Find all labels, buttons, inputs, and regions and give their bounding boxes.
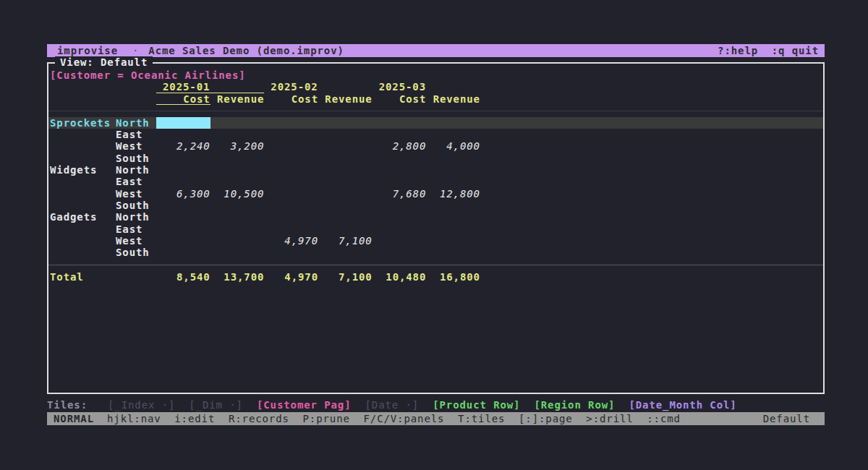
- cell-value[interactable]: [210, 129, 265, 140]
- cell-value[interactable]: [318, 188, 373, 200]
- cell-value[interactable]: [156, 129, 210, 140]
- cell-value[interactable]: [264, 211, 318, 223]
- cell-value[interactable]: [318, 117, 373, 129]
- cell-value[interactable]: [426, 235, 480, 247]
- cell-value[interactable]: 7,680: [373, 188, 427, 200]
- cell-value[interactable]: [210, 247, 265, 258]
- cell-value[interactable]: [318, 247, 373, 258]
- tile-green[interactable]: [Region Row]: [534, 399, 615, 411]
- measure-header[interactable]: Cost: [156, 93, 210, 105]
- cell-product[interactable]: [48, 129, 116, 140]
- cell-value[interactable]: [318, 200, 373, 211]
- tile-pink[interactable]: [Customer Pag]: [257, 399, 352, 411]
- filter-chip[interactable]: [Customer = Oceanic Airlines]: [48, 69, 823, 81]
- cell-value[interactable]: [318, 223, 373, 235]
- cell-value[interactable]: [318, 129, 373, 140]
- cell-product[interactable]: [48, 188, 116, 200]
- tile-dim[interactable]: [_Index ·]: [108, 399, 175, 411]
- cell-region[interactable]: East: [116, 129, 156, 140]
- month-header[interactable]: 2025-01: [156, 81, 264, 93]
- tile-purple[interactable]: [Date_Month Col]: [629, 399, 736, 411]
- cell-value[interactable]: [210, 117, 265, 129]
- cell-value[interactable]: [264, 223, 318, 235]
- cell-value[interactable]: 12,800: [426, 188, 480, 200]
- measure-header[interactable]: Cost: [264, 93, 318, 105]
- cell-product[interactable]: [48, 200, 116, 211]
- cell-value[interactable]: [156, 247, 210, 258]
- cell-product[interactable]: [48, 176, 116, 187]
- cell-value[interactable]: [156, 223, 210, 235]
- cell-value[interactable]: [318, 176, 373, 187]
- cell-value[interactable]: [373, 117, 427, 129]
- cell-value[interactable]: [156, 176, 210, 187]
- cell-value[interactable]: [210, 153, 265, 164]
- cell-value[interactable]: [264, 200, 318, 211]
- cell-value[interactable]: [156, 117, 210, 129]
- cell-value[interactable]: [373, 211, 427, 223]
- cell-value[interactable]: [373, 200, 427, 211]
- cell-region[interactable]: North: [116, 211, 156, 223]
- cell-value[interactable]: [264, 129, 318, 140]
- cell-region[interactable]: East: [116, 223, 156, 235]
- cell-region[interactable]: South: [116, 153, 156, 164]
- cell-value[interactable]: [373, 247, 427, 258]
- cell-value[interactable]: [156, 211, 210, 223]
- cell-value[interactable]: 4,000: [426, 140, 480, 152]
- cell-value[interactable]: [318, 211, 373, 223]
- cell-value[interactable]: [426, 164, 480, 176]
- measure-header[interactable]: Revenue: [426, 93, 480, 105]
- cell-value[interactable]: [210, 200, 265, 211]
- cell-value[interactable]: [426, 153, 480, 164]
- cell-value[interactable]: [373, 176, 427, 187]
- cell-value[interactable]: [156, 200, 210, 211]
- cell-value[interactable]: [426, 223, 480, 235]
- cell-product[interactable]: [48, 247, 116, 258]
- cell-value[interactable]: [264, 164, 318, 176]
- cell-product[interactable]: Widgets: [48, 164, 116, 176]
- cell-value[interactable]: [264, 117, 318, 129]
- cell-product[interactable]: [48, 153, 116, 164]
- tile-dim[interactable]: [_Dim ·]: [189, 399, 243, 411]
- cell-value[interactable]: [426, 129, 480, 140]
- cell-value[interactable]: [373, 153, 427, 164]
- cell-region[interactable]: North: [116, 117, 156, 129]
- cell-value[interactable]: [156, 153, 210, 164]
- cell-product[interactable]: [48, 223, 116, 235]
- cell-product[interactable]: Sprockets: [48, 117, 116, 129]
- month-header[interactable]: 2025-03: [373, 81, 480, 93]
- cell-value[interactable]: [426, 117, 480, 129]
- cell-value[interactable]: [426, 247, 480, 258]
- measure-header[interactable]: Revenue: [210, 93, 265, 105]
- cell-value[interactable]: [156, 164, 210, 176]
- cell-region[interactable]: South: [116, 247, 156, 258]
- cell-value[interactable]: [156, 235, 210, 247]
- cell-value[interactable]: [264, 247, 318, 258]
- cell-value[interactable]: [264, 153, 318, 164]
- month-header[interactable]: 2025-02: [264, 81, 372, 93]
- tile-dim[interactable]: [Date ·]: [365, 399, 420, 411]
- cell-value[interactable]: 3,200: [210, 140, 265, 152]
- cell-value[interactable]: [318, 140, 373, 152]
- cell-value[interactable]: [210, 164, 265, 176]
- cell-value[interactable]: [318, 164, 373, 176]
- cell-value[interactable]: 2,240: [156, 140, 210, 152]
- cell-value[interactable]: 4,970: [264, 235, 318, 247]
- cell-value[interactable]: [373, 129, 427, 140]
- cell-value[interactable]: [264, 188, 318, 200]
- cell-value[interactable]: [373, 223, 427, 235]
- cell-value[interactable]: 6,300: [156, 188, 210, 200]
- cell-region[interactable]: West: [116, 140, 156, 152]
- cell-value[interactable]: [210, 176, 265, 187]
- cell-region[interactable]: North: [116, 164, 156, 176]
- measure-header[interactable]: Revenue: [318, 93, 373, 105]
- cell-product[interactable]: Gadgets: [48, 211, 116, 223]
- cell-value[interactable]: [426, 211, 480, 223]
- cell-value[interactable]: [264, 176, 318, 187]
- tile-green[interactable]: [Product Row]: [433, 399, 520, 411]
- cell-region[interactable]: East: [116, 176, 156, 187]
- cell-region[interactable]: West: [116, 235, 156, 247]
- cell-value[interactable]: [210, 211, 265, 223]
- cell-region[interactable]: South: [116, 200, 156, 211]
- cell-value[interactable]: [264, 140, 318, 152]
- cell-region[interactable]: West: [116, 188, 156, 200]
